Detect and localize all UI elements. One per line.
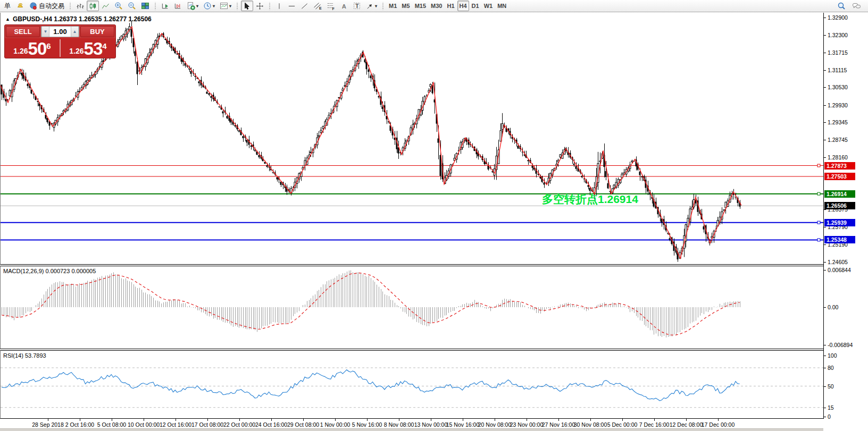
rsi-pane[interactable]: RSI(14) 53.7893 <box>0 350 823 419</box>
chat-icon[interactable] <box>850 1 863 11</box>
svg-text:T: T <box>355 3 359 9</box>
buy-button[interactable]: BUY <box>80 26 114 37</box>
level-price-badge[interactable]: 1.25939 <box>824 219 855 226</box>
rsi-canvas[interactable] <box>1 351 824 418</box>
time-tick <box>399 419 399 421</box>
timeframe-h1[interactable]: H1 <box>445 1 456 11</box>
zigzag-line[interactable] <box>1 27 741 258</box>
level-price-badge[interactable]: 1.27503 <box>824 173 855 180</box>
sell-button[interactable]: SELL <box>6 26 40 37</box>
timeframe-m15[interactable]: M15 <box>413 1 428 11</box>
timeframe-d1[interactable]: D1 <box>470 1 481 11</box>
price-tick-label: 1.32900 <box>828 14 848 21</box>
price-tick-label: 1.31715 <box>828 49 848 56</box>
rsi-tick <box>824 368 826 368</box>
dropdown-caret: ▾ <box>213 4 215 9</box>
vertical-line-icon[interactable] <box>273 1 285 11</box>
horizontal-line-icon[interactable] <box>286 1 298 11</box>
zoom-in-icon[interactable] <box>112 1 125 11</box>
sell-price-prefix: 1.26 <box>13 47 28 55</box>
timeframe-h4[interactable]: H4 <box>457 1 469 11</box>
time-tick-label: 12 Dec 08:00 <box>670 421 703 428</box>
price-tick <box>824 87 826 88</box>
macd-canvas[interactable] <box>1 266 824 349</box>
fibonacci-icon[interactable]: F <box>324 1 337 11</box>
crosshair-icon[interactable] <box>254 1 266 11</box>
macd-axis-label: 0.006844 <box>828 267 851 273</box>
rsi-tick <box>824 417 826 417</box>
buy-price-display[interactable]: 1.26534 <box>61 38 115 58</box>
macd-label: MACD(12,26,9) 0.000723 0.000005 <box>3 268 96 274</box>
buy-price-big: 53 <box>84 41 103 57</box>
timeframe-w1[interactable]: W1 <box>482 1 495 11</box>
macd-signal-line <box>2 273 740 335</box>
timeframe-m1[interactable]: M1 <box>387 1 399 11</box>
search-icon[interactable] <box>835 1 848 11</box>
rsi-axis-label: 15 <box>828 404 834 411</box>
main-chart-canvas[interactable]: 多空转折点1.26914 <box>1 13 824 264</box>
timeframe-m30[interactable]: M30 <box>429 1 444 11</box>
indicators-icon[interactable]: ▾ <box>185 1 201 11</box>
price-tick-label: 1.30530 <box>828 84 848 90</box>
svg-text:F: F <box>332 7 335 11</box>
rsi-tick <box>824 356 826 356</box>
price-tick <box>824 105 826 106</box>
equidistant-channel-icon[interactable]: E <box>311 1 324 11</box>
time-tick <box>622 419 623 421</box>
time-tick <box>48 419 48 421</box>
volume-stepper[interactable]: ▼ 1.00 ▲ <box>41 26 79 37</box>
timeframe-mn[interactable]: MN <box>495 1 508 11</box>
macd-pane[interactable]: MACD(12,26,9) 0.000723 0.000005 <box>0 266 823 349</box>
volume-value[interactable]: 1.00 <box>49 28 71 36</box>
timeframes-clock-icon[interactable]: ▾ <box>201 1 217 11</box>
rsi-label: RSI(14) 53.7893 <box>3 352 46 359</box>
time-tick <box>654 419 655 421</box>
price-tick <box>824 209 826 210</box>
trendline-icon[interactable] <box>298 1 311 11</box>
tile-windows-icon[interactable] <box>139 1 152 11</box>
volume-decrease-button[interactable]: ▼ <box>41 27 49 37</box>
text-tool-icon[interactable]: A <box>338 1 350 11</box>
time-tick-label: 15 Nov 16:00 <box>446 421 479 428</box>
chart-shift-icon[interactable] <box>172 1 184 11</box>
arrows-tool-icon[interactable]: ▾ <box>364 1 379 11</box>
level-price-badge[interactable]: 1.27873 <box>824 162 855 170</box>
autotrading-button[interactable]: 自动交易 <box>27 1 66 11</box>
new-order-button[interactable]: 单 <box>2 1 13 11</box>
price-tick-label: 1.32300 <box>828 32 848 38</box>
time-tick <box>176 419 176 421</box>
level-price-badge[interactable]: 1.25348 <box>824 236 855 243</box>
time-tick-label: 29 Oct 08:00 <box>287 421 319 428</box>
timeframe-m5[interactable]: M5 <box>399 1 412 11</box>
time-tick-label: 22 Oct 00:00 <box>223 421 255 428</box>
price-axis[interactable]: 1.329001.323001.317151.311151.305301.299… <box>823 0 868 431</box>
chart-title-text: GBPUSD-,H4 1.26373 1.26535 1.26277 1.265… <box>13 15 152 23</box>
pivot-annotation[interactable]: 多空转折点1.26914 <box>542 193 638 206</box>
time-tick <box>686 419 687 421</box>
zoom-out-icon[interactable] <box>126 1 138 11</box>
main-chart-pane[interactable]: 多空转折点1.26914 <box>0 13 823 265</box>
time-tick <box>112 419 112 421</box>
text-label-icon[interactable]: T <box>350 1 363 11</box>
macd-tick <box>824 270 826 271</box>
collapse-marker-icon[interactable]: ▲ <box>5 16 10 22</box>
cursor-icon[interactable] <box>241 1 253 11</box>
level-price-badge[interactable]: 1.26914 <box>824 190 855 198</box>
gold-icon[interactable] <box>14 1 27 11</box>
time-tick <box>527 419 527 421</box>
candlestick-chart-icon[interactable] <box>87 1 99 11</box>
templates-icon[interactable]: ▾ <box>218 1 233 11</box>
window-bottom-edge <box>0 428 868 431</box>
current-price-badge: 1.26506 <box>824 202 855 209</box>
sell-price-display[interactable]: 1.26506 <box>5 38 60 58</box>
line-chart-icon[interactable] <box>99 1 112 11</box>
toolbar-grip <box>269 2 271 10</box>
time-tick <box>495 419 495 421</box>
price-tick <box>824 70 826 71</box>
volume-increase-button[interactable]: ▲ <box>71 27 79 37</box>
auto-scroll-icon[interactable] <box>159 1 171 11</box>
rsi-tick <box>824 386 826 387</box>
time-tick-label: 23 Nov 00:00 <box>510 421 543 428</box>
bar-chart-icon[interactable] <box>74 1 86 11</box>
time-axis[interactable]: 28 Sep 20182 Oct 16:005 Oct 08:0010 Oct … <box>0 419 823 428</box>
